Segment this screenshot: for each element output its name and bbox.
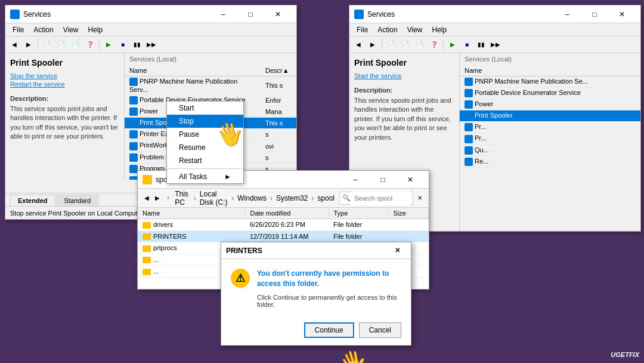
table-row[interactable]: PNRP Machine Name Publication Se...: [460, 76, 640, 88]
continue-btn[interactable]: Continue: [304, 322, 354, 338]
tb2-restart[interactable]: ▶▶: [489, 38, 502, 51]
forward-btn-2[interactable]: ▶: [366, 38, 379, 51]
tb2-icon1[interactable]: 📄: [385, 38, 398, 51]
table-row[interactable]: Re...: [460, 156, 640, 167]
menu-view-1[interactable]: View: [58, 24, 83, 35]
tb-stop[interactable]: ■: [116, 38, 129, 51]
list-item[interactable]: PRINTERS 12/7/2019 11:14 AM File folder: [138, 230, 429, 242]
breadcrumb-1: Services (Local): [125, 53, 296, 65]
breadcrumb-disk[interactable]: Local Disk (C:): [200, 190, 228, 207]
table-row[interactable]: Pr...: [460, 122, 640, 133]
table-row[interactable]: Power: [460, 99, 640, 110]
explorer-maximize[interactable]: □: [369, 171, 397, 189]
list-item[interactable]: drivers 6/26/2020 6:23 PM File folder: [138, 219, 429, 231]
nav-forward[interactable]: ▶: [153, 192, 162, 205]
restart-link[interactable]: Restart the service: [10, 81, 119, 88]
cm-start-1[interactable]: Start: [167, 101, 243, 115]
col-date[interactable]: Date modified: [245, 208, 329, 219]
maximize-btn-2[interactable]: □: [581, 5, 608, 23]
file-name: drivers: [138, 219, 245, 231]
table-row[interactable]: PNRP Machine Name Publication Serv... Th…: [125, 76, 296, 95]
tb2-play[interactable]: ▶: [446, 38, 459, 51]
tb-restart[interactable]: ▶▶: [145, 38, 158, 51]
breadcrumb-spool[interactable]: spool: [317, 194, 335, 202]
close-btn-2[interactable]: ✕: [608, 5, 636, 23]
svc-desc: This s: [261, 118, 296, 129]
explorer-title-btns: – □ ✕: [342, 171, 424, 189]
tb2-pause[interactable]: ▮▮: [475, 38, 488, 51]
table-row[interactable]: Qu...: [460, 144, 640, 156]
explorer-close-x[interactable]: ✕: [416, 192, 424, 205]
menu-action-2[interactable]: Action: [373, 24, 402, 35]
sep-bc-1: ›: [194, 194, 196, 202]
col-filename[interactable]: Name: [138, 208, 245, 219]
file-type: File folder: [329, 219, 388, 231]
tb-icon1[interactable]: 📄: [41, 38, 54, 51]
table-row[interactable]: Pr...: [460, 133, 640, 144]
breadcrumb-sys32[interactable]: System32: [276, 194, 308, 202]
col-desc-1[interactable]: Descr▲: [261, 65, 296, 76]
explorer-addressbar: ◀ ▶ ↑ This PC › Local Disk (C:) › Window…: [138, 189, 429, 208]
breadcrumb-pc[interactable]: This PC: [175, 190, 190, 207]
table-row[interactable]: Portable Device Enumerator Service: [460, 88, 640, 99]
cancel-btn[interactable]: Cancel: [359, 322, 401, 338]
file-type: File folder: [329, 230, 388, 242]
warning-icon: ⚠: [231, 269, 250, 288]
tab-extended-1[interactable]: Extended: [10, 195, 55, 206]
menu-action-1[interactable]: Action: [29, 24, 58, 35]
cm-stop-1[interactable]: Stop: [167, 115, 243, 128]
tb-icon3[interactable]: 📄: [69, 38, 82, 51]
cm-resume-1[interactable]: Resume: [167, 141, 243, 154]
tb2-icon4[interactable]: ❓: [428, 38, 441, 51]
tb-play[interactable]: ▶: [102, 38, 115, 51]
col-name-2[interactable]: Name: [460, 65, 640, 76]
col-type[interactable]: Type: [329, 208, 388, 219]
menu-file-2[interactable]: File: [352, 24, 373, 35]
minimize-btn-2[interactable]: –: [553, 5, 581, 23]
window-title-1: Services: [23, 10, 209, 19]
nav-back[interactable]: ◀: [143, 192, 151, 205]
tb-icon2[interactable]: 📄: [55, 38, 68, 51]
tb-pause[interactable]: ▮▮: [131, 38, 144, 51]
desc-label-1: Description:: [10, 95, 119, 102]
close-btn-1[interactable]: ✕: [264, 5, 292, 23]
stop-link[interactable]: Stop the service: [10, 72, 119, 79]
sep-1: [38, 39, 38, 50]
tb2-icon2[interactable]: 📄: [399, 38, 412, 51]
cm-alltasks-1[interactable]: All Tasks ►: [167, 170, 243, 183]
sep-3: [382, 39, 382, 50]
sep-bc-4: ›: [311, 194, 314, 202]
dialog-title-text: PRINTERS: [226, 247, 262, 255]
tb-icon4[interactable]: ❓: [83, 38, 97, 51]
services-icon-1: [10, 10, 20, 19]
cm-restart-1[interactable]: Restart: [167, 154, 243, 167]
title-bar-1: Services – □ ✕: [5, 5, 296, 23]
menu-view-2[interactable]: View: [402, 24, 428, 35]
dialog-close[interactable]: ✕: [388, 244, 406, 257]
tab-standard-1[interactable]: Standard: [57, 195, 99, 206]
back-btn-2[interactable]: ◀: [352, 38, 365, 51]
svc-desc: This s: [261, 76, 296, 95]
explorer-minimize[interactable]: –: [342, 171, 369, 189]
col-name-1[interactable]: Name: [125, 65, 261, 76]
tb2-icon3[interactable]: 📄: [413, 38, 426, 51]
explorer-close[interactable]: ✕: [397, 171, 424, 189]
back-btn-1[interactable]: ◀: [8, 38, 21, 51]
svc-name: Print Spooler: [460, 110, 640, 122]
table-row[interactable]: Print Spooler: [460, 110, 640, 122]
breadcrumb-windows[interactable]: Windows: [237, 194, 267, 202]
maximize-btn-1[interactable]: □: [237, 5, 264, 23]
tb2-stop[interactable]: ■: [460, 38, 473, 51]
minimize-btn-1[interactable]: –: [209, 5, 237, 23]
file-size: [388, 230, 429, 242]
cm-pause-1[interactable]: Pause: [167, 128, 243, 141]
explorer-search[interactable]: [351, 191, 410, 205]
col-size[interactable]: Size: [388, 208, 429, 219]
forward-btn-1[interactable]: ▶: [22, 38, 35, 51]
start-link[interactable]: Start the service: [354, 72, 454, 79]
menu-file-1[interactable]: File: [8, 24, 29, 35]
menu-help-2[interactable]: Help: [428, 24, 452, 35]
menu-help-1[interactable]: Help: [83, 24, 108, 35]
menu-bar-1: File Action View Help: [5, 23, 296, 36]
nav-up[interactable]: ↑: [164, 192, 172, 205]
